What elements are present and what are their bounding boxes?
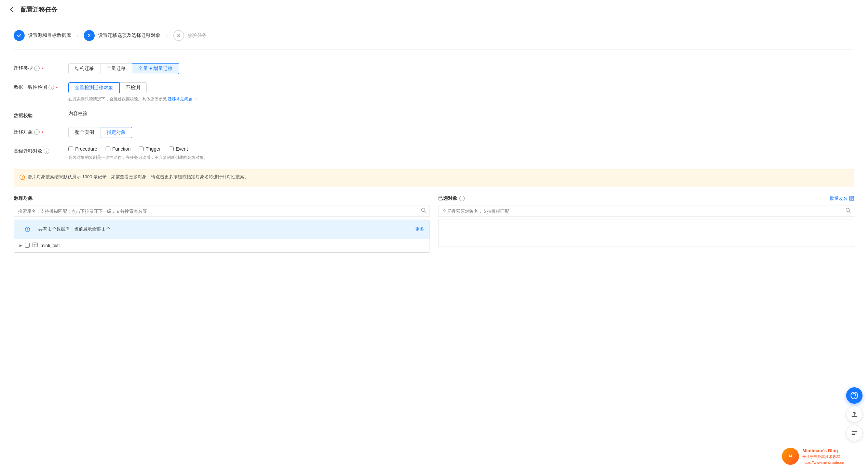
target-panel-info-icon[interactable]: i [459, 196, 465, 201]
migration-object-label: 迁移对象 i • [14, 127, 68, 135]
source-panel-title: 源库对象 [14, 195, 430, 202]
float-list-button[interactable] [846, 425, 863, 441]
checkbox-procedure[interactable]: Procedure [68, 146, 97, 152]
consistency-required: • [56, 85, 58, 90]
step-2-label: 设置迁移选项及选择迁移对象 [98, 32, 160, 39]
db-item-name: minti_test [41, 243, 60, 248]
checkbox-event[interactable]: Event [169, 146, 188, 152]
advanced-label: 高级迁移对象 i [14, 146, 68, 154]
source-objects-panel: 源库对象 [14, 195, 430, 253]
svg-point-4 [27, 230, 28, 230]
migration-type-structure-btn[interactable]: 结构迁移 [68, 63, 100, 74]
consistency-info-icon[interactable]: i [49, 85, 54, 90]
source-search-icon[interactable] [421, 208, 426, 214]
consistency-hint: 在源实例只读情况下，会跳过数据校验。具体原因参见 迁移常见问题 ↗ [68, 96, 854, 102]
warning-banner: 源库对象搜索结果默认展示 1000 条记录，如需查看更多对象，请点击更多按钮或指… [14, 169, 854, 187]
step-2: 2 设置迁移选项及选择迁移对象 [84, 30, 160, 41]
step-3-circle: 3 [173, 30, 184, 41]
advanced-row: 高级迁移对象 i Procedure Function Trigger [14, 146, 854, 161]
step-arrow-1: › [77, 32, 78, 39]
migration-object-required: • [42, 129, 43, 135]
step-3-label: 校验任务 [188, 32, 207, 39]
data-check-row: 数据校验 内容校验 [14, 111, 854, 119]
migration-type-full-incremental-btn[interactable]: 全量 + 增量迁移 [132, 63, 179, 74]
migration-type-label: 迁移类型 i • [14, 63, 68, 71]
consistency-label: 数据一致性检测 i • [14, 82, 68, 91]
main-content: 设置源和目标数据库 › 2 设置迁移选项及选择迁移对象 › 3 校验任务 迁移类… [0, 19, 868, 472]
step-arrow-2: › [166, 32, 167, 39]
db-info-circle-icon [19, 223, 36, 235]
consistency-none-btn[interactable]: 不检测 [120, 82, 147, 93]
db-info-bar: 共有 1 个数据库，当前展示全部 1 个 更多 [14, 220, 430, 239]
svg-point-11 [854, 397, 855, 398]
migration-object-control: 整个实例 指定对象 [68, 127, 854, 138]
db-table-icon [32, 242, 38, 249]
db-count-text: 共有 1 个数据库，当前展示全部 1 个 [38, 226, 110, 232]
target-objects-panel: 已选对象 i 批量改名 [438, 195, 854, 253]
batch-rename-btn[interactable]: 批量改名 [830, 195, 854, 202]
step-3: 3 校验任务 [173, 30, 207, 41]
migration-type-info-icon[interactable]: i [34, 66, 40, 71]
page-header: 配置迁移任务 [0, 0, 868, 19]
db-item-checkbox[interactable] [25, 243, 30, 248]
svg-point-1 [22, 178, 23, 179]
warning-text: 源库对象搜索结果默认展示 1000 条记录，如需查看更多对象，请点击更多按钮或指… [28, 173, 249, 181]
float-support-button[interactable] [846, 387, 863, 404]
procedure-checkbox[interactable] [68, 147, 73, 151]
migration-object-full-btn[interactable]: 整个实例 [68, 127, 100, 138]
trigger-checkbox[interactable] [139, 147, 144, 151]
consistency-control: 全量检测迁移对象 不检测 在源实例只读情况下，会跳过数据校验。具体原因参见 迁移… [68, 82, 854, 102]
step-1: 设置源和目标数据库 [14, 30, 71, 41]
step-2-circle: 2 [84, 30, 95, 41]
db-tree-item[interactable]: ▶ minti_test [14, 239, 430, 252]
svg-rect-5 [33, 243, 38, 247]
advanced-info-icon[interactable]: i [44, 149, 49, 154]
migration-type-control: 结构迁移 全量迁移 全量 + 增量迁移 [68, 63, 854, 74]
function-checkbox[interactable] [106, 147, 110, 151]
target-panel-title: 已选对象 i 批量改名 [438, 195, 854, 202]
consistency-link[interactable]: 迁移常见问题 [168, 97, 192, 101]
steps-container: 设置源和目标数据库 › 2 设置迁移选项及选择迁移对象 › 3 校验任务 [14, 30, 854, 50]
tree-expand-icon: ▶ [19, 244, 22, 247]
source-objects-list: 共有 1 个数据库，当前展示全部 1 个 更多 ▶ minti_test [14, 220, 430, 253]
warning-icon [19, 174, 25, 183]
objects-section: 源库对象 [14, 195, 854, 253]
advanced-control: Procedure Function Trigger Event 高级对象的复制… [68, 146, 854, 161]
back-button[interactable] [8, 6, 15, 13]
migration-type-row: 迁移类型 i • 结构迁移 全量迁移 全量 + 增量迁移 [14, 63, 854, 74]
source-search-input[interactable] [14, 206, 430, 217]
advanced-checkbox-group: Procedure Function Trigger Event [68, 146, 854, 152]
step-1-circle [14, 30, 25, 41]
step-1-label: 设置源和目标数据库 [28, 32, 71, 39]
migration-object-btn-group: 整个实例 指定对象 [68, 127, 854, 138]
migration-object-info-icon[interactable]: i [34, 129, 40, 135]
db-more-link[interactable]: 更多 [415, 226, 424, 232]
migration-type-btn-group: 结构迁移 全量迁移 全量 + 增量迁移 [68, 63, 854, 74]
checkbox-trigger[interactable]: Trigger [139, 146, 161, 152]
migration-object-specific-btn[interactable]: 指定对象 [100, 127, 132, 138]
migration-type-full-btn[interactable]: 全量迁移 [100, 63, 132, 74]
target-search-input[interactable] [438, 206, 854, 217]
data-check-label: 数据校验 [14, 111, 68, 119]
batch-rename-label: 批量改名 [830, 195, 847, 202]
migration-object-row: 迁移对象 i • 整个实例 指定对象 [14, 127, 854, 138]
event-checkbox[interactable] [169, 147, 174, 151]
target-search-icon[interactable] [845, 208, 851, 214]
consistency-row: 数据一致性检测 i • 全量检测迁移对象 不检测 在源实例只读情况下，会跳过数据… [14, 82, 854, 102]
float-upload-button[interactable] [846, 406, 863, 422]
target-objects-list [438, 220, 854, 247]
data-check-control: 内容校验 [68, 111, 854, 117]
target-search-box [438, 206, 854, 217]
page-title: 配置迁移任务 [21, 5, 57, 14]
source-search-box [14, 206, 430, 217]
data-check-value: 内容校验 [68, 111, 87, 116]
checkbox-function[interactable]: Function [106, 146, 131, 152]
consistency-btn-group: 全量检测迁移对象 不检测 [68, 82, 854, 93]
migration-type-required: • [42, 66, 43, 71]
advanced-hint: 高级对象的复制是一次性动作，在任务启动后，不会复制新创建的高级对象。 [68, 154, 854, 161]
consistency-full-btn[interactable]: 全量检测迁移对象 [68, 82, 120, 93]
